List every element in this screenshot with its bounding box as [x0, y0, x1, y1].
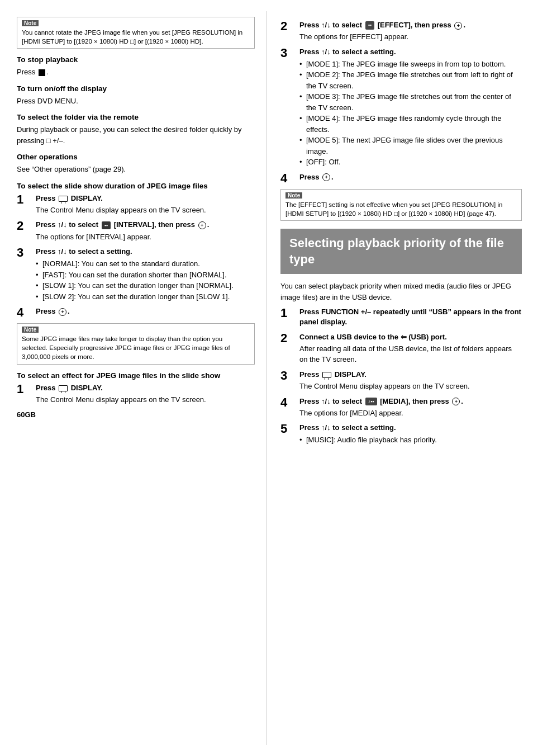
- step2-title: Press ↑/↓ to select ▪▪ [INTERVAL], then …: [36, 220, 255, 230]
- priority-step-num-4: 4: [280, 396, 296, 419]
- bullet-mode2: [MODE 2]: The JPEG image file stretches …: [299, 69, 522, 91]
- display-icon-3: [322, 372, 331, 378]
- other-ops-heading: Other operations: [17, 153, 255, 161]
- step1-title: Press DISPLAY.: [36, 193, 255, 204]
- priority-step4: 4 Press ↑/↓ to select ♪▪▪ [MEDIA], then …: [280, 396, 522, 419]
- priority-step3-content: Press DISPLAY. The Control Menu display …: [299, 370, 522, 392]
- big-section-title: Selecting playback priority of the file …: [289, 235, 513, 267]
- note-top: Note You cannot rotate the JPEG image fi…: [17, 17, 255, 49]
- step4-title: Press +.: [36, 306, 255, 316]
- effect-step2-body: The options for [EFFECT] appear.: [299, 31, 522, 42]
- display-text: Press DVD MENU.: [17, 96, 255, 107]
- effect-step-num-2: 2: [280, 20, 296, 42]
- stop-playback-heading: To stop playback: [17, 55, 255, 64]
- enter-icon: +: [198, 221, 206, 229]
- priority-step-num-3: 3: [280, 370, 296, 392]
- effect-heading: To select an effect for JPEG image files…: [17, 371, 255, 380]
- effect-icon: ▪▪: [365, 21, 374, 30]
- step1-content: Press DISPLAY. The Control Menu display …: [36, 193, 255, 216]
- display-icon: [59, 196, 68, 202]
- enter-icon-5: +: [452, 398, 460, 405]
- slideshow-duration-heading: To select the slide show duration of JPE…: [17, 182, 255, 190]
- bullet-normal: [NORMAL]: You can set to the standard du…: [36, 258, 255, 270]
- priority-step2-title: Connect a USB device to the ⇐ (USB) port…: [299, 332, 522, 342]
- step3-title: Press ↑/↓ to select a setting.: [36, 247, 255, 257]
- enter-icon-4: +: [322, 173, 330, 181]
- priority-step3: 3 Press DISPLAY. The Control Menu displa…: [280, 370, 522, 392]
- step2-content: Press ↑/↓ to select ▪▪ [INTERVAL], then …: [36, 220, 255, 242]
- priority-step-num-5: 5: [280, 423, 296, 446]
- note-effect-text: The [EFFECT] setting is not effective wh…: [285, 200, 517, 218]
- effect-step-num-4: 4: [280, 172, 296, 185]
- step-num-4: 4: [17, 306, 32, 319]
- effect-step3-content: Press ↑/↓ to select a setting. [MODE 1]:…: [299, 47, 522, 168]
- bullet-mode1: [MODE 1]: The JPEG image file sweeps in …: [299, 59, 522, 70]
- note-effect-label: Note: [285, 192, 302, 199]
- bullet-mode4: [MODE 4]: The JPEG image files randomly …: [299, 113, 522, 135]
- media-icon: ♪▪▪: [365, 398, 377, 406]
- interval-icon: ▪▪: [102, 221, 111, 230]
- effect-step1-title: Press DISPLAY.: [36, 383, 255, 393]
- page: Note You cannot rotate the JPEG image fi…: [0, 0, 533, 756]
- priority-step4-title: Press ↑/↓ to select ♪▪▪ [MEDIA], then pr…: [299, 396, 522, 407]
- effect-step1: 1 Press DISPLAY. The Control Menu displa…: [17, 383, 255, 405]
- priority-step5-bullets: [MUSIC]: Audio file playback has priorit…: [299, 434, 522, 446]
- slideshow-step1: 1 Press DISPLAY. The Control Menu displa…: [17, 193, 255, 216]
- page-number: 60GB: [17, 410, 255, 419]
- left-column: Note You cannot rotate the JPEG image fi…: [0, 11, 266, 745]
- priority-step2-content: Connect a USB device to the ⇐ (USB) port…: [299, 332, 522, 365]
- folder-heading: To select the folder via the remote: [17, 113, 255, 121]
- priority-step2-body: After reading all data of the USB device…: [299, 343, 522, 365]
- note-interval: Note Some JPEG image files may take long…: [17, 323, 255, 364]
- bullet-slow1: [SLOW 1]: You can set the duration longe…: [36, 280, 255, 291]
- effect-step1-content: Press DISPLAY. The Control Menu display …: [36, 383, 255, 405]
- enter-icon-3: +: [454, 22, 462, 30]
- bullet-mode5: [MODE 5]: The next JPEG image file slide…: [299, 135, 522, 157]
- priority-step3-body: The Control Menu display appears on the …: [299, 381, 522, 392]
- priority-step3-title: Press DISPLAY.: [299, 370, 522, 380]
- slideshow-step2: 2 Press ↑/↓ to select ▪▪ [INTERVAL], the…: [17, 220, 255, 242]
- step1-body: The Control Menu display appears on the …: [36, 205, 255, 216]
- other-ops-text: See “Other operations” (page 29).: [17, 164, 255, 175]
- display-heading: To turn on/off the display: [17, 84, 255, 93]
- priority-step2: 2 Connect a USB device to the ⇐ (USB) po…: [280, 332, 522, 365]
- priority-step-num-2: 2: [280, 332, 296, 365]
- effect-step4-content: Press +.: [299, 172, 522, 185]
- effect-step-num-3: 3: [280, 47, 296, 168]
- effect-step4: 4 Press +.: [280, 172, 522, 185]
- effect-step4-title: Press +.: [299, 172, 522, 182]
- slideshow-step3: 3 Press ↑/↓ to select a setting. [NORMAL…: [17, 247, 255, 302]
- note-label: Note: [22, 20, 39, 26]
- effect-step1-body: The Control Menu display appears on the …: [36, 394, 255, 405]
- effect-step2-title: Press ↑/↓ to select ▪▪ [EFFECT], then pr…: [299, 20, 522, 30]
- step3-bullets: [NORMAL]: You can set to the standard du…: [36, 258, 255, 302]
- priority-step4-body: The options for [MEDIA] appear.: [299, 408, 522, 419]
- effect-step2: 2 Press ↑/↓ to select ▪▪ [EFFECT], then …: [280, 20, 522, 42]
- priority-step-num-1: 1: [280, 307, 296, 327]
- priority-step1: 1 Press FUNCTION +/– repeatedly until “U…: [280, 307, 522, 327]
- bullet-fast: [FAST]: You can set the duration shorter…: [36, 270, 255, 281]
- step4-content: Press +.: [36, 306, 255, 319]
- effect-step3-title: Press ↑/↓ to select a setting.: [299, 47, 522, 57]
- folder-text: During playback or pause, you can select…: [17, 124, 255, 146]
- bullet-off: [OFF]: Off.: [299, 157, 522, 168]
- priority-step1-content: Press FUNCTION +/– repeatedly until “USB…: [299, 307, 522, 327]
- slideshow-step4: 4 Press +.: [17, 306, 255, 319]
- step3-content: Press ↑/↓ to select a setting. [NORMAL]:…: [36, 247, 255, 302]
- bullet-mode3: [MODE 3]: The JPEG image file stretches …: [299, 91, 522, 113]
- step2-body: The options for [INTERVAL] appear.: [36, 231, 255, 243]
- priority-step1-title: Press FUNCTION +/– repeatedly until “USB…: [299, 307, 522, 327]
- priority-step5: 5 Press ↑/↓ to select a setting. [MUSIC]…: [280, 423, 522, 446]
- priority-step5-title: Press ↑/↓ to select a setting.: [299, 423, 522, 433]
- bullet-music: [MUSIC]: Audio file playback has priorit…: [299, 434, 522, 446]
- effect-step2-content: Press ↑/↓ to select ▪▪ [EFFECT], then pr…: [299, 20, 522, 42]
- bullet-slow2: [SLOW 2]: You can set the duration longe…: [36, 291, 255, 303]
- priority-step5-content: Press ↑/↓ to select a setting. [MUSIC]: …: [299, 423, 522, 446]
- big-section: Selecting playback priority of the file …: [280, 229, 522, 274]
- effect-step3: 3 Press ↑/↓ to select a setting. [MODE 1…: [280, 47, 522, 168]
- note-top-text: You cannot rotate the JPEG image file wh…: [22, 28, 250, 46]
- step-num-1: 1: [17, 193, 32, 216]
- effect-step-num-1: 1: [17, 383, 32, 405]
- effect-step3-bullets: [MODE 1]: The JPEG image file sweeps in …: [299, 59, 522, 168]
- display-icon-2: [59, 385, 68, 391]
